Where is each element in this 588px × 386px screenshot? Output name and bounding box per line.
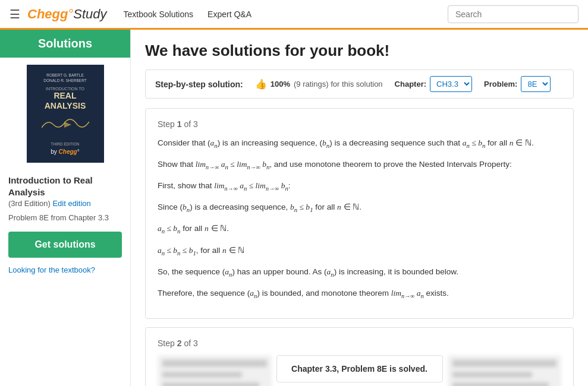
book-title-main: REALANALYSIS <box>45 91 86 111</box>
step-2-header: Step 2 of 3 <box>158 338 561 348</box>
step-1-total: of 3 <box>184 119 197 129</box>
step-2-content: Chapter 3.3, Problem 8E is solved. <box>158 355 561 386</box>
chapter-select[interactable]: CH3.3 <box>430 76 472 92</box>
problem-label: Problem: <box>484 80 517 88</box>
page-heading: We have solutions for your book! <box>145 42 574 60</box>
logo-dot: ° <box>68 7 73 22</box>
edition-label: (3rd Edition) <box>8 199 51 208</box>
rating-percentage: 100% <box>271 80 290 88</box>
step1-p2: Show that limn→∞ an ≤ limn→∞ bn, and use… <box>158 157 561 173</box>
rating-count: (9 ratings) for this solution <box>294 80 383 88</box>
step1-p4: Since (bn) is a decreasing sequence, bn … <box>158 200 561 216</box>
sidebar-header: Solutions <box>0 30 130 58</box>
main-layout: Solutions ROBERT G. BARTLEDONALD R. SHER… <box>0 30 588 386</box>
logo-chegg: Chegg <box>27 7 68 22</box>
solution-meta-bar: Step-by-step solution: 👍 100% (9 ratings… <box>145 69 574 99</box>
header-nav: Textbook Solutions Expert Q&A <box>124 10 448 19</box>
step1-p6: an ≤ bn ≤ b1, for all n ∈ ℕ <box>158 243 561 259</box>
book-edition-cover: THIRD EDITION <box>51 142 79 146</box>
chapter-selector: Chapter: CH3.3 <box>395 76 472 92</box>
rating-info: 👍 100% (9 ratings) for this solution <box>255 78 383 90</box>
search-input[interactable] <box>448 5 578 23</box>
problem-select[interactable]: 8E <box>521 76 551 92</box>
step2-blurred-left <box>158 355 272 386</box>
sidebar: Solutions ROBERT G. BARTLEDONALD R. SHER… <box>0 30 131 386</box>
thumbs-up-icon: 👍 <box>255 78 267 90</box>
step1-p3: First, show that limn→∞ an ≤ limn→∞ bn: <box>158 179 561 194</box>
step-1-content: Consider that (an) is an increasing sequ… <box>158 136 561 302</box>
book-author: ROBERT G. BARTLEDONALD R. SHERBERT <box>43 72 86 83</box>
book-title-intro: INTRODUCTION TO <box>46 87 84 91</box>
header: ☰ Chegg°Study Textbook Solutions Expert … <box>0 0 588 30</box>
search-box <box>448 5 578 23</box>
book-title-text: Introduction to Real Analysis <box>8 175 122 198</box>
logo-study: Study <box>73 7 106 22</box>
book-cover: ROBERT G. BARTLEDONALD R. SHERBERT INTRO… <box>27 65 104 163</box>
problem-selector: Problem: 8E <box>484 76 551 92</box>
step1-p1: Consider that (an) is an increasing sequ… <box>158 136 561 151</box>
step-1-container: Step 1 of 3 Consider that (an) is an inc… <box>145 108 574 319</box>
step2-solved-notice: Chapter 3.3, Problem 8E is solved. <box>276 355 443 382</box>
hamburger-icon[interactable]: ☰ <box>10 7 20 21</box>
content-area: We have solutions for your book! Step-by… <box>131 30 588 386</box>
book-chegg-by: by Chegg° <box>51 148 79 155</box>
logo: Chegg°Study <box>27 7 107 22</box>
nav-textbook-solutions[interactable]: Textbook Solutions <box>124 10 194 19</box>
step1-p7: So, the sequence (an) has an upper bound… <box>158 265 561 280</box>
chapter-label: Chapter: <box>395 80 426 88</box>
step1-p8: Therefore, the sequence (an) is bounded,… <box>158 286 561 302</box>
get-solutions-button[interactable]: Get solutions <box>8 232 122 258</box>
book-wave-decoration <box>42 116 89 134</box>
looking-for-textbook-link[interactable]: Looking for the textbook? <box>8 265 95 274</box>
problem-text: Problem 8E from Chapter 3.3 <box>8 213 122 223</box>
step-1-label: Step 1 <box>158 119 182 129</box>
step-2-total: of 3 <box>184 338 197 348</box>
step-2-container: Step 2 of 3 Chapter 3.3, Problem 8E is s… <box>145 327 574 386</box>
edit-edition-link[interactable]: Edit edition <box>52 199 90 208</box>
step-1-header: Step 1 of 3 <box>158 119 561 129</box>
svg-marker-0 <box>64 122 71 128</box>
book-info: Introduction to Real Analysis (3rd Editi… <box>0 170 130 279</box>
nav-expert-qa[interactable]: Expert Q&A <box>207 10 251 19</box>
step2-blurred-right <box>448 355 562 386</box>
book-edition-text: (3rd Edition) Edit edition <box>8 199 122 208</box>
step-2-label: Step 2 <box>158 338 182 348</box>
step-by-step-label: Step-by-step solution: <box>155 80 243 89</box>
step1-p5: an ≤ bn for all n ∈ ℕ. <box>158 222 561 237</box>
